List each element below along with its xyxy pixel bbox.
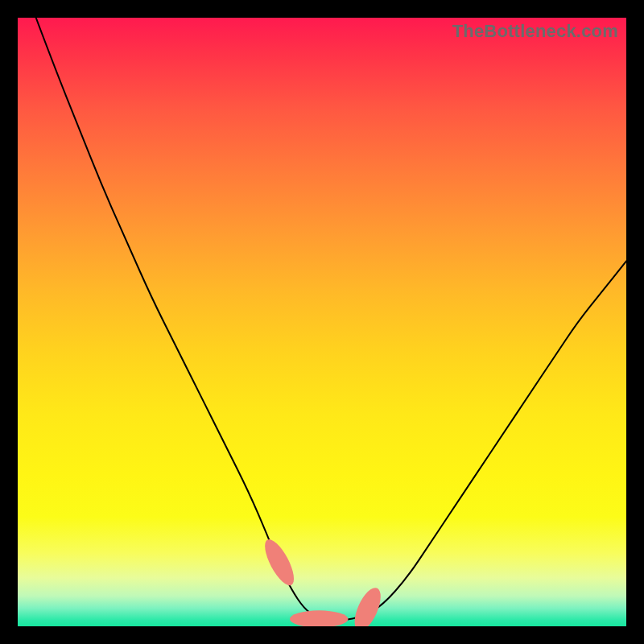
curve-layer <box>18 18 626 626</box>
curve-markers <box>259 535 386 626</box>
watermark-text: TheBottleneck.com <box>452 21 618 42</box>
plot-area: TheBottleneck.com <box>18 18 626 626</box>
curve-marker <box>290 610 349 626</box>
curve-marker <box>259 535 299 589</box>
chart-frame: TheBottleneck.com <box>0 0 644 644</box>
bottleneck-curve <box>36 18 626 620</box>
